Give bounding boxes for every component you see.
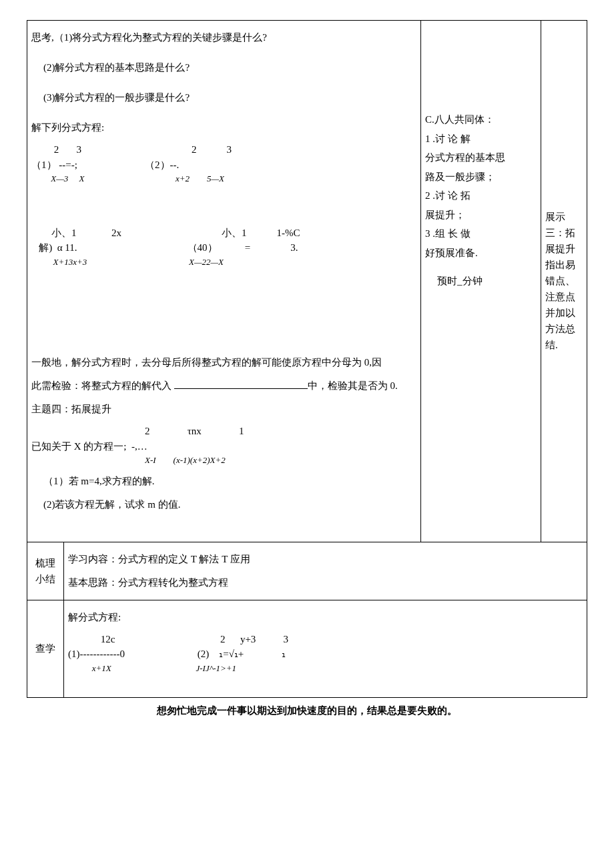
eq2-line2: 解) α 11. （40） = 3.: [31, 240, 416, 256]
general-note-b: 此需检验：将整式方程的解代入 中，检验其是否为 0.: [31, 377, 416, 395]
c1b: 分式方程的基本思: [425, 148, 537, 167]
eq2-line1: 小、1 2x 小、1 1-%C: [31, 226, 416, 241]
c1c: 路及一般步骤；: [425, 167, 537, 187]
side-timer: 预时_分钟: [425, 272, 537, 291]
general-note-a: 一般地，解分式方程时，去分母后所得整式方程的解可能使原方程中分母为 0,因: [31, 354, 416, 372]
document-table: 思考,（1)将分式方程化为整式方程的关键步骤是什么? (2)解分式方程的基本思路…: [27, 20, 587, 698]
check-eq-l3: x+1X J-IJ^-1>+1: [68, 662, 583, 675]
topic-4-title: 主题四：拓展提升: [31, 400, 416, 418]
known-pre: 已知关于 X 的方程一; -,…: [31, 439, 416, 454]
eq1-line2: （1） --=-; （2）--.: [31, 157, 416, 173]
summary-line1: 学习内容：分式方程的定义 T 解法 T 应用: [68, 550, 583, 568]
blank-line: [174, 379, 308, 389]
c2a: 2 .讨 论 拓: [425, 186, 537, 205]
c2b: 展提升；: [425, 205, 537, 225]
c3b: 好预展准备.: [425, 244, 537, 263]
eq2-line3: X+13x+3 X—22—X: [31, 256, 416, 269]
check-equation: 12c 2 y+3 3 (1)------------0 (2) ₁=√₁+ ₁…: [68, 632, 583, 675]
known-equation: 2 τnx 1 已知关于 X 的方程一; -,… X-I (x-1)(x+2)X…: [31, 424, 416, 467]
eq1-line1: 2 3 2 3: [31, 142, 416, 157]
equation-group-1: 2 3 2 3 （1） --=-; （2）--. X—3 X x+2 5—: [31, 142, 416, 185]
sub-q1: （1）若 m=4,求方程的解.: [31, 472, 416, 490]
sub-q2: (2)若该方程无解，试求 m 的值.: [31, 496, 416, 514]
check-row: 查学 解分式方程: 12c 2 y+3 3 (1)------------0 (…: [27, 600, 587, 698]
summary-content: 学习内容：分式方程的定义 T 解法 T 应用 基本思路：分式方程转化为整式方程: [64, 542, 587, 600]
general-note-b-post: 中，检验其是否为 0.: [308, 380, 398, 391]
c-title: C.八人共同体：: [425, 110, 537, 129]
main-row: 思考,（1)将分式方程化为整式方程的关键步骤是什么? (2)解分式方程的基本思路…: [27, 21, 587, 542]
solve-title: 解下列分式方程:: [31, 119, 416, 137]
side-cell: C.八人共同体： 1 .讨 论 解 分式方程的基本思 路及一般步骤； 2 .讨 …: [421, 21, 541, 542]
summary-row: 梳理小结 学习内容：分式方程的定义 T 解法 T 应用 基本思路：分式方程转化为…: [27, 542, 587, 600]
known-eq-bot: X-I (x-1)(x+2)X+2: [31, 454, 416, 467]
right-cell: 展示三：拓展提升指出易错点、注意点并加以方法总结.: [541, 21, 587, 542]
think-q3: (3)解分式方程的一般步骤是什么?: [31, 89, 416, 107]
known-eq-top: 2 τnx 1: [31, 424, 416, 439]
check-eq-l1: 12c 2 y+3 3: [68, 632, 583, 647]
think-q1: 思考,（1)将分式方程化为整式方程的关键步骤是什么?: [31, 29, 416, 47]
check-eq-l2: (1)------------0 (2) ₁=√₁+ ₁: [68, 646, 583, 662]
equation-group-2: 小、1 2x 小、1 1-%C 解) α 11. （40） = 3. X+13: [31, 226, 416, 269]
c1a: 1 .讨 论 解: [425, 129, 537, 149]
eq1-line3: X—3 X x+2 5—X: [31, 172, 416, 185]
summary-line2: 基本思路：分式方程转化为整式方程: [68, 574, 583, 592]
c3a: 3 .组 长 做: [425, 224, 537, 244]
show3-text: 展示三：拓展提升指出易错点、注意点并加以方法总结.: [545, 209, 583, 353]
general-note-b-pre: 此需检验：将整式方程的解代入: [31, 380, 174, 391]
summary-label: 梳理小结: [27, 542, 64, 600]
main-content-cell: 思考,（1)将分式方程化为整式方程的关键步骤是什么? (2)解分式方程的基本思路…: [27, 21, 421, 542]
think-q2: (2)解分式方程的基本思路是什么?: [31, 59, 416, 77]
check-content: 解分式方程: 12c 2 y+3 3 (1)------------0 (2) …: [64, 600, 587, 698]
check-title: 解分式方程:: [68, 608, 583, 626]
check-label: 查学: [27, 600, 64, 698]
footer-quote: 想匆忙地完成一件事以期达到加快速度的目的，结果总是要失败的。: [27, 705, 587, 717]
